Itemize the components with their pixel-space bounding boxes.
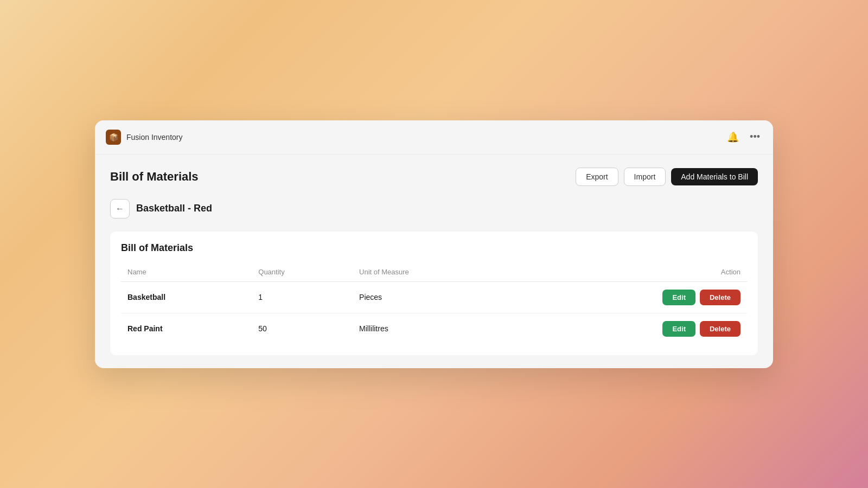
app-icon: 📦	[106, 130, 121, 145]
back-button[interactable]: ←	[110, 199, 130, 219]
delete-button-1[interactable]: Delete	[700, 321, 741, 337]
bom-section-title: Bill of Materials	[121, 242, 747, 254]
back-icon: ←	[116, 204, 124, 214]
col-header-uom: Unit of Measure	[353, 262, 514, 282]
import-button[interactable]: Import	[624, 168, 666, 186]
edit-button-0[interactable]: Edit	[662, 290, 695, 305]
titlebar: 📦 Fusion Inventory 🔔 •••	[95, 120, 773, 155]
cell-actions-0: Edit Delete	[514, 281, 747, 313]
actions-cell-0: Edit Delete	[520, 290, 741, 305]
table-row: Red Paint 50 Millilitres Edit Delete	[121, 313, 747, 344]
bom-section: Bill of Materials Name Quantity Unit of …	[110, 232, 758, 355]
bell-icon: 🔔	[727, 131, 739, 143]
delete-button-0[interactable]: Delete	[700, 290, 741, 305]
page-title: Bill of Materials	[110, 170, 199, 184]
cell-quantity-0: 1	[252, 281, 353, 313]
cell-actions-1: Edit Delete	[514, 313, 747, 344]
titlebar-right: 🔔 •••	[725, 129, 762, 145]
export-button[interactable]: Export	[576, 168, 618, 186]
table-header-row: Name Quantity Unit of Measure Action	[121, 262, 747, 282]
header-actions: Export Import Add Materials to Bill	[576, 168, 758, 186]
cell-quantity-1: 50	[252, 313, 353, 344]
col-header-name: Name	[121, 262, 252, 282]
app-icon-symbol: 📦	[109, 133, 118, 142]
bell-button[interactable]: 🔔	[725, 129, 741, 145]
titlebar-left: 📦 Fusion Inventory	[106, 130, 183, 145]
actions-cell-1: Edit Delete	[520, 321, 741, 337]
bom-table: Name Quantity Unit of Measure Action Bas…	[121, 262, 747, 344]
cell-name-1: Red Paint	[121, 313, 252, 344]
col-header-quantity: Quantity	[252, 262, 353, 282]
table-row: Basketball 1 Pieces Edit Delete	[121, 281, 747, 313]
col-header-action: Action	[514, 262, 747, 282]
cell-uom-0: Pieces	[353, 281, 514, 313]
edit-button-1[interactable]: Edit	[662, 321, 695, 337]
section-name: Basketball - Red	[136, 203, 212, 214]
bom-table-body: Basketball 1 Pieces Edit Delete Red Pain…	[121, 281, 747, 344]
main-content: Bill of Materials Export Import Add Mate…	[95, 155, 773, 368]
page-header: Bill of Materials Export Import Add Mate…	[110, 168, 758, 186]
app-name: Fusion Inventory	[126, 133, 183, 142]
more-icon: •••	[750, 131, 760, 143]
section-title-row: ← Basketball - Red	[110, 199, 758, 219]
cell-uom-1: Millilitres	[353, 313, 514, 344]
more-button[interactable]: •••	[748, 129, 762, 145]
add-materials-button[interactable]: Add Materials to Bill	[671, 168, 758, 185]
main-window: 📦 Fusion Inventory 🔔 ••• Bill of Materia…	[95, 120, 773, 368]
cell-name-0: Basketball	[121, 281, 252, 313]
